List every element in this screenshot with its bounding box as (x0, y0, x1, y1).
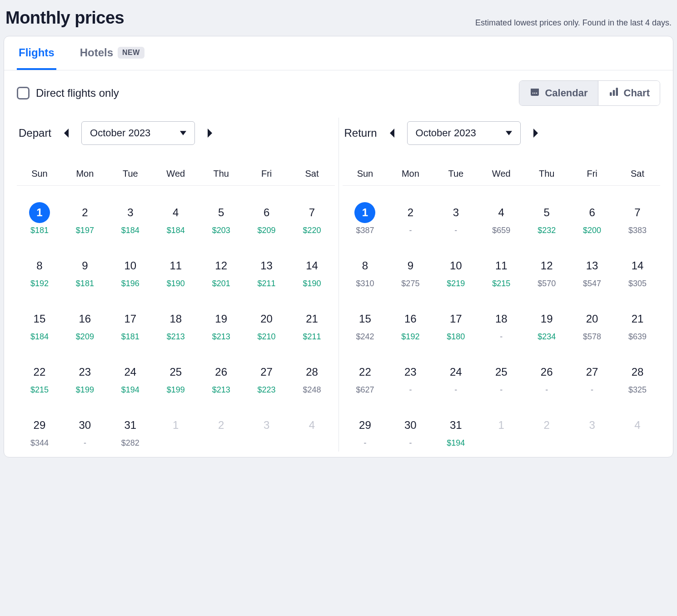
day-number: 31 (445, 415, 466, 436)
depart-day-cell[interactable]: 16$209 (62, 292, 108, 345)
weekday-header: Mon (62, 156, 108, 186)
return-day-cell[interactable]: 25- (478, 345, 524, 398)
depart-day-cell: 2 (199, 398, 244, 452)
day-price: $180 (433, 332, 478, 342)
return-day-cell[interactable]: 11$215 (478, 239, 524, 292)
day-price: $211 (289, 332, 335, 342)
return-day-cell[interactable]: 28$325 (615, 345, 660, 398)
depart-day-cell[interactable]: 18$213 (153, 292, 199, 345)
return-day-cell[interactable]: 31$194 (433, 398, 478, 452)
return-day-cell[interactable]: 21$639 (615, 292, 660, 345)
depart-day-cell[interactable]: 20$210 (244, 292, 289, 345)
depart-day-cell[interactable]: 10$196 (108, 239, 153, 292)
day-number: 21 (627, 308, 648, 329)
return-prev-button[interactable] (385, 125, 399, 141)
depart-day-cell[interactable]: 31$282 (108, 398, 153, 452)
day-number: 22 (29, 362, 50, 383)
depart-day-cell[interactable]: 22$215 (17, 345, 62, 398)
depart-day-cell[interactable]: 11$190 (153, 239, 199, 292)
calendar-view-button[interactable]: Calendar (519, 81, 597, 105)
return-day-cell: 4 (615, 398, 660, 452)
day-price: - (478, 385, 524, 395)
estimate-disclaimer: Estimated lowest prices only. Found in t… (475, 18, 672, 28)
depart-next-button[interactable] (203, 125, 217, 141)
direct-flights-label: Direct flights only (36, 87, 119, 99)
day-price: - (433, 226, 478, 235)
day-number: 1 (29, 202, 50, 223)
depart-day-cell[interactable]: 24$194 (108, 345, 153, 398)
day-number: 20 (582, 308, 602, 329)
tab-flights[interactable]: Flights (17, 36, 56, 70)
day-price: $223 (244, 385, 289, 395)
depart-day-cell[interactable]: 8$192 (17, 239, 62, 292)
return-day-cell[interactable]: 10$219 (433, 239, 478, 292)
return-day-cell[interactable]: 4$659 (478, 186, 524, 239)
depart-day-cell[interactable]: 15$184 (17, 292, 62, 345)
direct-flights-checkbox[interactable]: Direct flights only (17, 87, 119, 99)
chart-view-button[interactable]: Chart (598, 81, 660, 105)
day-number: 2 (75, 202, 95, 223)
depart-day-cell[interactable]: 19$213 (199, 292, 244, 345)
depart-day-cell[interactable]: 2$197 (62, 186, 108, 239)
return-day-cell[interactable]: 6$200 (569, 186, 615, 239)
return-day-cell[interactable]: 20$578 (569, 292, 615, 345)
return-day-cell[interactable]: 17$180 (433, 292, 478, 345)
depart-month-select[interactable]: October 2023 (81, 121, 195, 145)
return-day-cell[interactable]: 16$192 (388, 292, 433, 345)
day-number: 6 (256, 202, 277, 223)
return-day-cell[interactable]: 29- (343, 398, 388, 452)
return-day-cell[interactable]: 12$570 (524, 239, 569, 292)
day-number: 1 (165, 415, 186, 436)
depart-day-cell[interactable]: 9$181 (62, 239, 108, 292)
tab-hotels-label: Hotels (80, 46, 113, 59)
depart-day-cell[interactable]: 27$223 (244, 345, 289, 398)
return-day-cell[interactable]: 15$242 (343, 292, 388, 345)
depart-day-cell[interactable]: 23$199 (62, 345, 108, 398)
depart-day-cell[interactable]: 17$181 (108, 292, 153, 345)
return-day-cell[interactable]: 13$547 (569, 239, 615, 292)
depart-day-cell[interactable]: 7$220 (289, 186, 335, 239)
return-day-cell[interactable]: 30- (388, 398, 433, 452)
return-day-cell[interactable]: 5$232 (524, 186, 569, 239)
return-day-cell[interactable]: 18- (478, 292, 524, 345)
depart-day-cell[interactable]: 29$344 (17, 398, 62, 452)
return-next-button[interactable] (529, 125, 543, 141)
depart-day-cell[interactable]: 13$211 (244, 239, 289, 292)
return-day-cell[interactable]: 7$383 (615, 186, 660, 239)
day-number: 9 (75, 255, 95, 276)
return-day-cell[interactable]: 2- (388, 186, 433, 239)
depart-day-cell[interactable]: 6$209 (244, 186, 289, 239)
depart-day-cell[interactable]: 12$201 (199, 239, 244, 292)
return-month-select[interactable]: October 2023 (407, 121, 521, 145)
return-day-cell[interactable]: 22$627 (343, 345, 388, 398)
depart-day-cell[interactable]: 1$181 (17, 186, 62, 239)
return-day-cell[interactable]: 9$275 (388, 239, 433, 292)
return-day-cell[interactable]: 23- (388, 345, 433, 398)
tab-hotels[interactable]: Hotels NEW (78, 36, 146, 70)
return-day-cell[interactable]: 27- (569, 345, 615, 398)
return-calendar: Return October 2023 SunMonTueWedThuFriSa… (338, 118, 664, 452)
return-day-cell[interactable]: 26- (524, 345, 569, 398)
depart-day-cell[interactable]: 4$184 (153, 186, 199, 239)
day-number: 14 (302, 255, 323, 276)
return-day-cell[interactable]: 14$305 (615, 239, 660, 292)
depart-day-cell[interactable]: 26$213 (199, 345, 244, 398)
depart-day-cell[interactable]: 28$248 (289, 345, 335, 398)
depart-day-cell[interactable]: 3$184 (108, 186, 153, 239)
return-day-cell[interactable]: 19$234 (524, 292, 569, 345)
checkbox-box-icon (17, 87, 30, 99)
return-day-cell[interactable]: 3- (433, 186, 478, 239)
depart-day-cell[interactable]: 5$203 (199, 186, 244, 239)
depart-prev-button[interactable] (60, 125, 73, 141)
chevron-left-icon (388, 129, 396, 138)
day-number: 29 (354, 415, 375, 436)
day-price: $220 (289, 226, 335, 235)
day-number: 24 (120, 362, 141, 383)
depart-day-cell[interactable]: 25$199 (153, 345, 199, 398)
return-day-cell[interactable]: 24- (433, 345, 478, 398)
depart-day-cell[interactable]: 21$211 (289, 292, 335, 345)
return-day-cell[interactable]: 8$310 (343, 239, 388, 292)
return-day-cell[interactable]: 1$387 (343, 186, 388, 239)
depart-day-cell[interactable]: 14$190 (289, 239, 335, 292)
depart-day-cell[interactable]: 30- (62, 398, 108, 452)
